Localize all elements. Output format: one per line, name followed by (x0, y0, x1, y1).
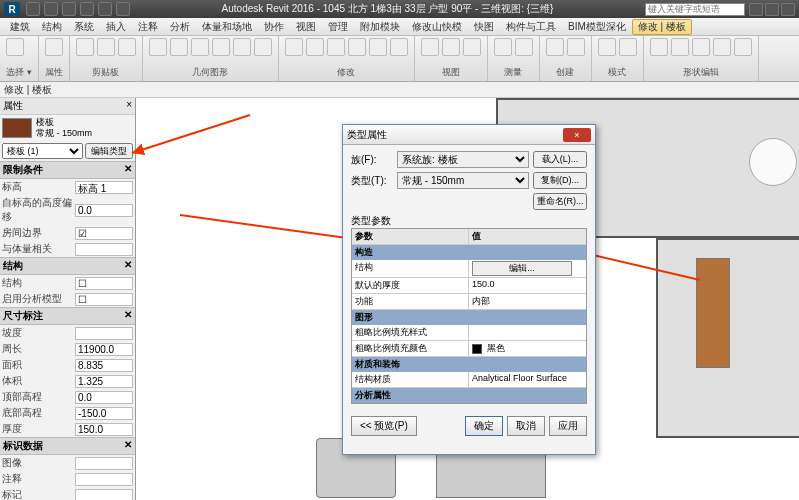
menu-tab[interactable]: BIM模型深化 (562, 20, 632, 34)
property-value[interactable] (75, 473, 133, 486)
ok-button[interactable]: 确定 (465, 416, 503, 436)
type-select[interactable]: 常规 - 150mm (397, 172, 529, 189)
type-selector[interactable]: 楼板 (1) (2, 143, 83, 159)
menu-tab[interactable]: 插入 (100, 20, 132, 34)
property-value[interactable]: 0.0 (75, 204, 133, 217)
palette-section-header[interactable]: 限制条件✕ (0, 161, 135, 179)
menu-tab[interactable]: 修改 | 楼板 (632, 19, 692, 35)
property-value[interactable]: 0.0 (75, 391, 133, 404)
menu-tab[interactable]: 协作 (258, 20, 290, 34)
qat-save-icon[interactable] (44, 2, 58, 16)
param-value[interactable] (469, 325, 586, 341)
menu-tab[interactable]: 管理 (322, 20, 354, 34)
duplicate-button[interactable]: 复制(D)... (533, 172, 587, 189)
ribbon-button-icon[interactable] (390, 38, 408, 56)
menu-tab[interactable]: 结构 (36, 20, 68, 34)
minimize-icon[interactable] (749, 3, 763, 16)
maximize-icon[interactable] (765, 3, 779, 16)
ribbon-button-icon[interactable] (463, 38, 481, 56)
dialog-close-icon[interactable]: × (563, 128, 591, 142)
ribbon-button-icon[interactable] (671, 38, 689, 56)
property-value[interactable]: -150.0 (75, 407, 133, 420)
property-value[interactable] (75, 327, 133, 340)
property-value[interactable]: ☑ (75, 227, 133, 240)
edit-structure-button[interactable]: 编辑... (472, 261, 572, 276)
ribbon-button-icon[interactable] (650, 38, 668, 56)
ribbon-button-icon[interactable] (421, 38, 439, 56)
ribbon-button-icon[interactable] (494, 38, 512, 56)
palette-section-header[interactable]: 尺寸标注✕ (0, 307, 135, 325)
menu-tab[interactable]: 系统 (68, 20, 100, 34)
qat-measure-icon[interactable] (116, 2, 130, 16)
ribbon-button-icon[interactable] (442, 38, 460, 56)
property-value[interactable] (75, 457, 133, 470)
property-value[interactable]: 标高 1 (75, 181, 133, 194)
palette-section-header[interactable]: 结构✕ (0, 257, 135, 275)
menu-tab[interactable]: 注释 (132, 20, 164, 34)
edit-type-button[interactable]: 编辑类型 (85, 143, 133, 159)
ribbon-button-icon[interactable] (734, 38, 752, 56)
menu-tab[interactable]: 视图 (290, 20, 322, 34)
menu-tab[interactable]: 附加模块 (354, 20, 406, 34)
family-select[interactable]: 系统族: 楼板 (397, 151, 529, 168)
qat-undo-icon[interactable] (62, 2, 76, 16)
ribbon-button-icon[interactable] (45, 38, 63, 56)
search-input[interactable] (645, 3, 745, 16)
property-value[interactable] (75, 243, 133, 256)
menu-tab[interactable]: 建筑 (4, 20, 36, 34)
palette-close-icon[interactable]: × (126, 99, 132, 113)
ribbon-button-icon[interactable] (97, 38, 115, 56)
param-value[interactable]: 黑色 (469, 341, 586, 357)
param-value[interactable]: 150.0 (469, 278, 586, 294)
ribbon-button-icon[interactable] (285, 38, 303, 56)
ribbon-button-icon[interactable] (348, 38, 366, 56)
ribbon-button-icon[interactable] (369, 38, 387, 56)
ribbon-button-icon[interactable] (149, 38, 167, 56)
qat-print-icon[interactable] (98, 2, 112, 16)
param-group-header[interactable]: 分析属性 (352, 388, 586, 403)
ribbon-button-icon[interactable] (170, 38, 188, 56)
ribbon-button-icon[interactable] (76, 38, 94, 56)
menu-tab[interactable]: 快图 (468, 20, 500, 34)
menu-tab[interactable]: 修改山快模 (406, 20, 468, 34)
property-value[interactable]: 1.325 (75, 375, 133, 388)
qat-redo-icon[interactable] (80, 2, 94, 16)
ribbon-button-icon[interactable] (6, 38, 24, 56)
ribbon-button-icon[interactable] (233, 38, 251, 56)
property-value[interactable]: 150.0 (75, 423, 133, 436)
param-group-header[interactable]: 材质和装饰 (352, 357, 586, 372)
ribbon-button-icon[interactable] (515, 38, 533, 56)
param-value[interactable]: Analytical Floor Surface (469, 372, 586, 388)
param-value[interactable] (469, 403, 586, 404)
menu-tab[interactable]: 分析 (164, 20, 196, 34)
ribbon-button-icon[interactable] (306, 38, 324, 56)
ribbon-button-icon[interactable] (212, 38, 230, 56)
ribbon-button-icon[interactable] (327, 38, 345, 56)
qat-open-icon[interactable] (26, 2, 40, 16)
view-cube[interactable] (749, 138, 797, 186)
ribbon-button-icon[interactable] (692, 38, 710, 56)
apply-button[interactable]: 应用 (549, 416, 587, 436)
property-value[interactable]: ☐ (75, 277, 133, 290)
param-group-header[interactable]: 构造 (352, 245, 586, 260)
ribbon-button-icon[interactable] (118, 38, 136, 56)
rename-button[interactable]: 重命名(R)... (533, 193, 587, 210)
preview-button[interactable]: << 预览(P) (351, 416, 417, 436)
property-value[interactable] (75, 489, 133, 501)
param-group-header[interactable]: 图形 (352, 310, 586, 325)
property-value[interactable]: ☐ (75, 293, 133, 306)
ribbon-button-icon[interactable] (598, 38, 616, 56)
menu-tab[interactable]: 体量和场地 (196, 20, 258, 34)
param-value[interactable]: 内部 (469, 294, 586, 310)
menu-tab[interactable]: 构件与工具 (500, 20, 562, 34)
ribbon-button-icon[interactable] (254, 38, 272, 56)
property-value[interactable]: 11900.0 (75, 343, 133, 356)
cancel-button[interactable]: 取消 (507, 416, 545, 436)
palette-section-header[interactable]: 标识数据✕ (0, 437, 135, 455)
app-logo[interactable]: R (4, 2, 20, 16)
close-icon[interactable] (781, 3, 795, 16)
ribbon-button-icon[interactable] (567, 38, 585, 56)
ribbon-button-icon[interactable] (619, 38, 637, 56)
param-value[interactable]: 编辑... (469, 260, 586, 278)
load-button[interactable]: 载入(L)... (533, 151, 587, 168)
